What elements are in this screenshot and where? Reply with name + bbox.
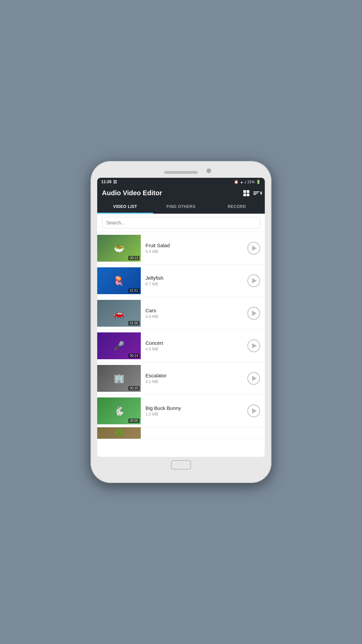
- play-button[interactable]: [247, 339, 260, 352]
- video-duration: 00:13: [128, 256, 139, 260]
- list-item[interactable]: 🐇 00:05 Big Buck Bunny 1.0 MB: [97, 395, 265, 427]
- video-size: 4.4 MB: [145, 314, 245, 319]
- phone-speaker: [164, 171, 198, 174]
- list-item[interactable]: 🌿: [97, 427, 265, 439]
- alarm-icon: ⏰: [234, 180, 239, 184]
- tab-video-list[interactable]: VIDEO LIST: [97, 200, 153, 213]
- video-info: Big Buck Bunny 1.0 MB: [145, 405, 245, 417]
- video-thumbnail: 🥗 00:13: [97, 235, 141, 262]
- video-title: Cars: [145, 308, 245, 313]
- header-actions: [243, 190, 260, 196]
- video-duration: 01:00: [128, 321, 139, 325]
- video-title: Escalator: [145, 373, 245, 378]
- video-title: Big Buck Bunny: [145, 405, 245, 411]
- video-thumbnail: 🏢 00:20: [97, 365, 141, 392]
- video-info: Concert 4.5 MB: [145, 340, 245, 352]
- battery-percent: 21%: [247, 180, 255, 184]
- video-size: 6.7 MB: [145, 282, 245, 286]
- list-item[interactable]: 🏢 00:20 Escalator 4.1 MB: [97, 362, 265, 395]
- tab-find-others[interactable]: FIND OTHERS: [153, 200, 209, 213]
- video-duration: 00:14: [128, 354, 139, 358]
- tab-bar: VIDEO LIST FIND OTHERS RECORD: [97, 200, 265, 214]
- status-time: 11:26: [101, 179, 112, 184]
- battery-icon: 🔋: [256, 180, 261, 184]
- grid-view-button[interactable]: [243, 190, 249, 196]
- video-info: Escalator 4.1 MB: [145, 373, 245, 384]
- video-size: 4.4 MB: [145, 249, 245, 254]
- video-thumbnail: 🎤 00:14: [97, 332, 141, 359]
- phone-screen: 11:26 🖼 ⏰ ▲..| 21% 🔋 Audio Video Editor: [97, 178, 265, 457]
- video-size: 1.0 MB: [145, 412, 245, 417]
- status-bar: 11:26 🖼 ⏰ ▲..| 21% 🔋: [97, 178, 265, 186]
- gallery-icon: 🖼: [113, 180, 117, 184]
- play-button[interactable]: [247, 405, 260, 417]
- video-title: Fruit Salad: [145, 243, 245, 248]
- play-button[interactable]: [247, 274, 260, 287]
- list-item[interactable]: 🪼 01:51 Jellyfish 6.7 MB: [97, 265, 265, 297]
- search-input[interactable]: [102, 217, 260, 228]
- video-title: Jellyfish: [145, 275, 245, 281]
- tab-record[interactable]: RECORD: [209, 200, 265, 213]
- phone-frame: 11:26 🖼 ⏰ ▲..| 21% 🔋 Audio Video Editor: [90, 161, 272, 483]
- phone-camera: [206, 168, 211, 173]
- video-thumbnail: 🪼 01:51: [97, 267, 141, 294]
- grid-view-icon: [243, 190, 249, 196]
- play-button[interactable]: [247, 372, 260, 385]
- list-item[interactable]: 🚗 01:00 Cars 4.4 MB: [97, 297, 265, 330]
- video-thumbnail: 🐇 00:05: [97, 397, 141, 424]
- video-info: Jellyfish 6.7 MB: [145, 275, 245, 286]
- video-duration: 00:05: [128, 419, 139, 423]
- video-info: Cars 4.4 MB: [145, 308, 245, 319]
- video-thumbnail: 🌿: [97, 427, 141, 439]
- video-size: 4.5 MB: [145, 347, 245, 352]
- video-duration: 00:20: [128, 386, 139, 390]
- sort-button[interactable]: [253, 191, 260, 195]
- app-title: Audio Video Editor: [102, 189, 162, 197]
- list-item[interactable]: 🥗 00:13 Fruit Salad 4.4 MB: [97, 232, 265, 265]
- home-button[interactable]: [171, 460, 191, 470]
- video-title: Concert: [145, 340, 245, 346]
- video-thumbnail: 🚗 01:00: [97, 300, 141, 327]
- video-duration: 01:51: [128, 288, 139, 293]
- signal-bars-icon: ▲..|: [240, 180, 246, 184]
- play-button[interactable]: [247, 307, 260, 320]
- list-item[interactable]: 🎤 00:14 Concert 4.5 MB: [97, 330, 265, 362]
- play-button[interactable]: [247, 242, 260, 255]
- status-icons: ⏰ ▲..| 21% 🔋: [234, 180, 261, 184]
- app-header: Audio Video Editor: [97, 186, 265, 200]
- search-bar: [97, 214, 265, 232]
- video-size: 4.1 MB: [145, 379, 245, 384]
- video-list[interactable]: 🥗 00:13 Fruit Salad 4.4 MB 🪼 01:51 Jelly…: [97, 232, 265, 457]
- video-info: Fruit Salad 4.4 MB: [145, 243, 245, 254]
